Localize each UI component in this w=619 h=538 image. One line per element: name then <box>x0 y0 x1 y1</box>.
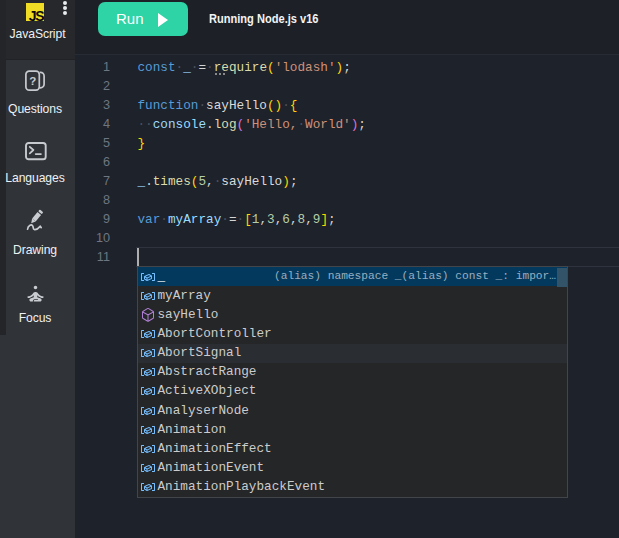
svg-text:?: ? <box>29 75 36 87</box>
